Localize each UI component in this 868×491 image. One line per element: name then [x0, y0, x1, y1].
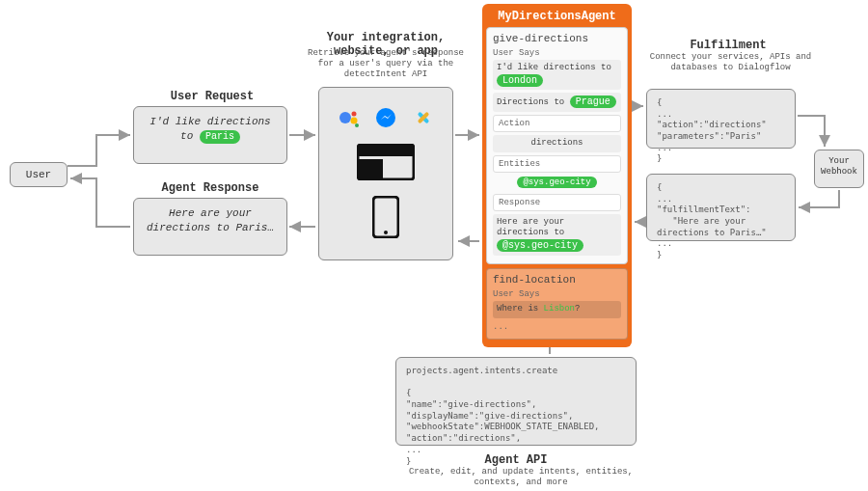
intent-find-location: find-location User Says Where is Lisbon?… [486, 268, 628, 340]
fulfillment-response-json: { ... "fulfillmentText": "Here are your … [657, 182, 785, 261]
svg-point-11 [384, 231, 388, 234]
intent1-phrase1-prefix: I'd like directions to [497, 63, 611, 72]
intent1-entity: @sys.geo-city [517, 177, 596, 188]
intent1-response-label: Response [493, 194, 621, 211]
intent1-action-label: Action [493, 115, 621, 132]
user-request-box: I'd like directions to Paris [133, 106, 287, 164]
intent1-response-prefix: Here are your directions to [497, 217, 564, 238]
intent2-phrase-suffix: ? [575, 304, 580, 314]
intent2-phrase-highlight: Lisbon [544, 304, 575, 314]
intent1-phrase1: I'd like directions to London [493, 60, 621, 90]
intent1-name: give-directions [493, 33, 621, 44]
fulfillment-title: Fulfillment [656, 39, 800, 52]
svg-point-3 [355, 123, 359, 127]
intent2-ellipsis: ... [493, 322, 621, 332]
agent-response-box: Here are your directions to Paris… [133, 198, 287, 256]
integration-box [318, 87, 453, 260]
intent-give-directions: give-directions User Says I'd like direc… [486, 27, 628, 264]
svg-point-0 [339, 112, 351, 123]
mobile-icon [372, 196, 399, 238]
intent1-entities-label: Entities [493, 155, 621, 173]
intent1-phrase2-prefix: Directions to [497, 97, 570, 107]
fulfillment-request-box: { ... "action":"directions" "parameters"… [646, 89, 796, 149]
intent1-usersays-label: User Says [493, 48, 621, 58]
webhook-box: Your Webhook [814, 150, 864, 188]
svg-rect-9 [358, 159, 383, 179]
intent1-phrase2-highlight: Prague [570, 95, 616, 108]
intent1-response: Here are your directions to @sys.geo-cit… [493, 214, 621, 256]
messenger-icon [375, 107, 396, 128]
user-box: User [10, 162, 68, 187]
intent1-phrase2: Directions to Prague [493, 93, 621, 112]
svg-point-4 [376, 108, 395, 127]
web-layout-icon [357, 144, 415, 180]
agent-api-subtitle: Create, edit, and update intents, entiti… [386, 467, 656, 488]
webhook-label: Your Webhook [821, 156, 857, 177]
intent2-phrase: Where is Lisbon? [493, 301, 621, 318]
agent-response-title: Agent Response [143, 181, 278, 195]
google-assistant-icon [338, 107, 359, 128]
fulfillment-request-json: { ... "action":"directions" "parameters"… [657, 97, 785, 165]
intent1-response-highlight: @sys.geo-city [497, 239, 583, 252]
agent-name: MyDirectionsAgent [486, 8, 628, 27]
intent1-phrase1-highlight: London [497, 74, 543, 87]
user-request-title: User Request [145, 90, 280, 103]
svg-rect-8 [358, 145, 414, 156]
slack-icon [413, 107, 434, 128]
fulfillment-subtitle: Connect your services, APIs and database… [641, 52, 820, 73]
agent-panel: MyDirectionsAgent give-directions User S… [482, 4, 632, 347]
fulfillment-response-box: { ... "fulfillmentText": "Here are your … [646, 174, 796, 241]
user-request-highlight: Paris [200, 130, 240, 144]
agent-response-text: Here are your directions to Paris… [147, 207, 274, 233]
user-label: User [26, 169, 51, 180]
intent2-name: find-location [493, 274, 621, 286]
agent-api-body: projects.agent.intents.create { "name":"… [406, 366, 626, 467]
agent-api-box: projects.agent.intents.create { "name":"… [395, 357, 637, 446]
integration-subtitle: Retrieve your agent's response for a use… [299, 48, 473, 79]
svg-point-2 [350, 118, 357, 124]
svg-point-1 [351, 112, 356, 117]
intent2-phrase-prefix: Where is [497, 304, 544, 314]
intent2-usersays-label: User Says [493, 289, 621, 299]
agent-api-title: Agent API [477, 453, 555, 467]
intent1-action-value: directions [493, 135, 621, 152]
